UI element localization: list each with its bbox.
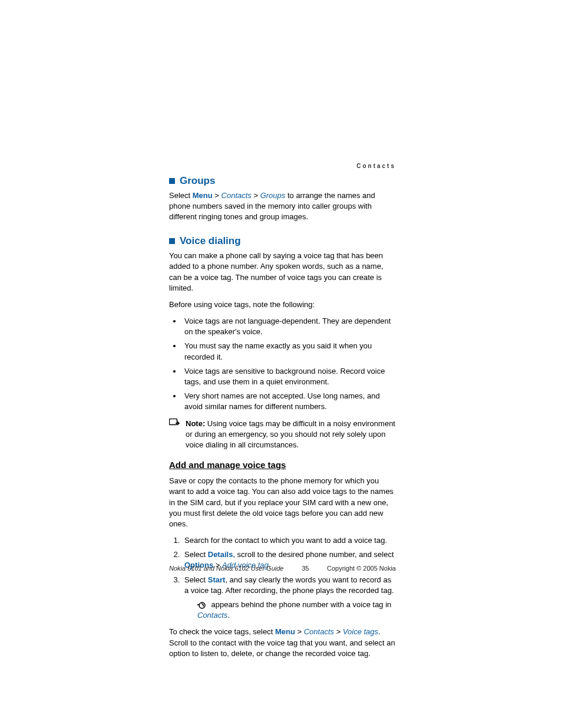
text: > bbox=[213, 191, 222, 200]
page-header-section: Contacts bbox=[356, 162, 396, 170]
voice-intro: You can make a phone call by saying a vo… bbox=[169, 251, 396, 294]
footer-copyright: Copyright © 2005 Nokia bbox=[327, 564, 396, 573]
check-voice-tags: To check the voice tags, select Menu > C… bbox=[169, 627, 396, 659]
icon-appears-line: appears behind the phone number with a v… bbox=[197, 599, 396, 621]
text: Select bbox=[169, 191, 193, 200]
menu-path-groups: Groups bbox=[260, 191, 286, 200]
subheading-manage: Add and manage voice tags bbox=[169, 459, 396, 471]
voice-before: Before using voice tags, note the follow… bbox=[169, 299, 396, 310]
svg-point-1 bbox=[199, 602, 205, 608]
menu-path-contacts: Contacts bbox=[304, 627, 334, 636]
text: appears behind the phone number with a v… bbox=[209, 600, 391, 609]
section-title-text: Groups bbox=[180, 174, 215, 188]
menu-path-menu: Menu bbox=[275, 627, 295, 636]
list-item: Voice tags are sensitive to background n… bbox=[182, 366, 396, 387]
list-item: Search for the contact to which you want… bbox=[182, 535, 396, 546]
content-column: Contacts Groups Select Menu > Contacts >… bbox=[169, 162, 396, 665]
section-title-voice: Voice dialing bbox=[169, 234, 396, 248]
menu-path-menu: Menu bbox=[193, 191, 213, 200]
list-item: Voice tags are not language-dependent. T… bbox=[182, 316, 396, 337]
note-label: Note: bbox=[186, 419, 205, 428]
footer-guide-title: Nokia 6101 and Nokia 6102 User Guide bbox=[169, 564, 283, 573]
menu-path-contacts: Contacts bbox=[222, 191, 252, 200]
text: > bbox=[252, 191, 260, 200]
text: > bbox=[334, 627, 343, 636]
list-item: Select Start, and say clearly the words … bbox=[182, 575, 396, 621]
square-bullet-icon bbox=[169, 238, 175, 244]
menu-start: Start bbox=[208, 575, 226, 584]
manage-intro: Save or copy the contacts to the phone m… bbox=[169, 476, 396, 529]
text: To check the voice tags, select bbox=[169, 627, 275, 636]
voice-bullet-list: Voice tags are not language-dependent. T… bbox=[169, 316, 396, 413]
note-block: Note: Using voice tags may be difficult … bbox=[169, 419, 396, 451]
menu-contacts: Contacts bbox=[197, 611, 227, 620]
list-item: Very short names are not accepted. Use l… bbox=[182, 391, 396, 412]
note-icon bbox=[169, 419, 180, 427]
document-page: Contacts Groups Select Menu > Contacts >… bbox=[0, 0, 562, 728]
page-footer: Nokia 6101 and Nokia 6102 User Guide 35 … bbox=[169, 564, 396, 573]
voice-tag-icon bbox=[197, 601, 207, 610]
svg-rect-0 bbox=[170, 419, 177, 424]
note-icon-container bbox=[169, 419, 186, 427]
square-bullet-icon bbox=[169, 178, 175, 184]
list-item: You must say the name exactly as you sai… bbox=[182, 341, 396, 362]
section-title-text: Voice dialing bbox=[180, 234, 241, 248]
text: Select bbox=[184, 575, 208, 584]
note-text: Note: Using voice tags may be difficult … bbox=[186, 419, 396, 451]
text: Select bbox=[184, 550, 208, 559]
section-title-groups: Groups bbox=[169, 174, 396, 188]
menu-details: Details bbox=[208, 550, 233, 559]
text: > bbox=[295, 627, 304, 636]
note-body: Using voice tags may be difficult in a n… bbox=[186, 419, 395, 449]
text: . bbox=[227, 611, 230, 620]
footer-page-number: 35 bbox=[302, 564, 309, 573]
groups-paragraph: Select Menu > Contacts > Groups to arran… bbox=[169, 190, 396, 223]
text: , scroll to the desired phone number, an… bbox=[233, 550, 394, 559]
manage-steps: Search for the contact to which you want… bbox=[169, 535, 396, 621]
menu-path-voicetags: Voice tags bbox=[343, 627, 378, 636]
